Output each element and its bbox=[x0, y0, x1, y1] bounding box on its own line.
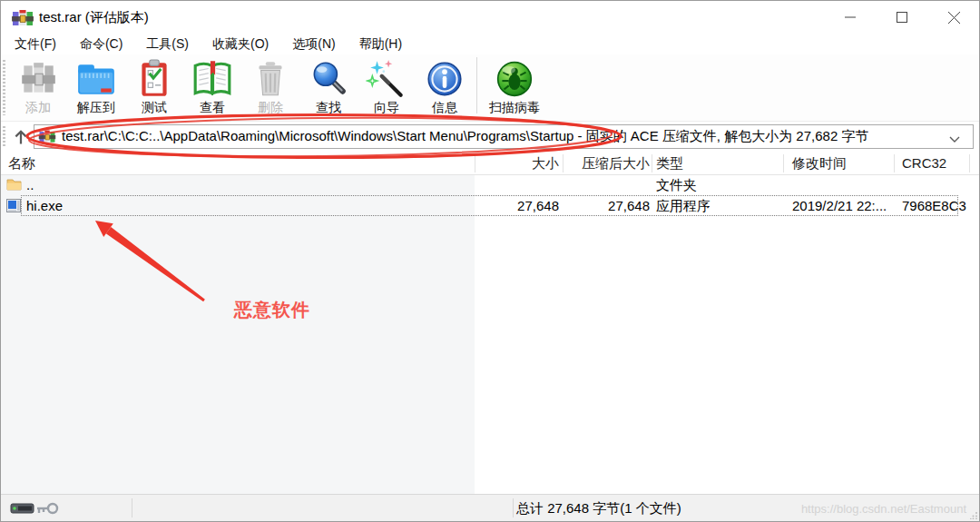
column-packed[interactable]: 压缩后大小 bbox=[564, 155, 650, 172]
test-button[interactable]: 测试 bbox=[125, 54, 183, 116]
application-icon bbox=[6, 199, 21, 212]
view-label: 查看 bbox=[183, 100, 241, 116]
wizard-label: 向导 bbox=[358, 100, 416, 116]
up-one-level-icon[interactable] bbox=[12, 128, 30, 146]
scan-virus-button[interactable]: 扫描病毒 bbox=[480, 54, 549, 116]
delete-icon bbox=[250, 58, 291, 100]
menu-commands[interactable]: 命令(C) bbox=[68, 34, 134, 54]
column-size[interactable]: 大小 bbox=[475, 155, 559, 172]
info-label: 信息 bbox=[416, 100, 474, 116]
extract-to-label: 解压到 bbox=[67, 100, 125, 116]
menu-options[interactable]: 选项(N) bbox=[280, 34, 347, 54]
find-label: 查找 bbox=[299, 100, 358, 116]
address-row: test.rar\C:\C:C:..\AppData\Roaming\Micro… bbox=[1, 122, 979, 153]
item-type: 应用程序 bbox=[656, 198, 710, 215]
winrar-window: test.rar (评估版本) 文件(F) 命令(C) 工具(S) 收藏夹(O)… bbox=[0, 0, 980, 522]
folder-icon bbox=[6, 178, 22, 191]
titlebar: test.rar (评估版本) bbox=[1, 1, 979, 34]
menu-file[interactable]: 文件(F) bbox=[3, 34, 68, 54]
address-gripper bbox=[3, 126, 5, 148]
item-size: 27,648 bbox=[475, 198, 559, 213]
column-name[interactable]: 名称 bbox=[8, 155, 35, 172]
winrar-logo-icon bbox=[12, 8, 34, 28]
statusbar-separator bbox=[513, 498, 514, 517]
total-size-text: 总计 27,648 字节(1 个文件) bbox=[516, 500, 681, 517]
file-list: .. 文件夹 hi.exe 27,648 27,648 应用程序 2019/2/… bbox=[1, 175, 979, 496]
archive-path-text: test.rar\C:\C:C:..\AppData\Roaming\Micro… bbox=[62, 128, 868, 145]
column-modified[interactable]: 修改时间 bbox=[792, 155, 847, 172]
toolbar-divider bbox=[476, 57, 477, 113]
test-label: 测试 bbox=[125, 100, 183, 116]
delete-label: 删除 bbox=[241, 100, 299, 116]
key-icon[interactable] bbox=[35, 500, 59, 517]
chevron-down-icon[interactable] bbox=[949, 136, 960, 143]
column-separator[interactable] bbox=[783, 154, 784, 172]
statusbar-separator bbox=[132, 498, 132, 517]
malware-annotation-label: 恶意软件 bbox=[234, 298, 310, 322]
toolbar-gripper bbox=[3, 60, 5, 115]
list-item-parent-dir[interactable]: .. 文件夹 bbox=[1, 175, 979, 195]
menu-help[interactable]: 帮助(H) bbox=[348, 34, 414, 54]
menu-tools[interactable]: 工具(S) bbox=[134, 34, 201, 54]
menubar: 文件(F) 命令(C) 工具(S) 收藏夹(O) 选项(N) 帮助(H) bbox=[1, 34, 979, 54]
window-title: test.rar (评估版本) bbox=[39, 9, 149, 26]
wizard-icon bbox=[366, 58, 407, 100]
column-separator[interactable] bbox=[969, 154, 970, 172]
maximize-button[interactable] bbox=[881, 1, 923, 34]
item-name: hi.exe bbox=[26, 198, 63, 213]
column-separator[interactable] bbox=[563, 154, 564, 172]
extract-to-button[interactable]: 解压到 bbox=[67, 54, 125, 116]
address-bar[interactable]: test.rar\C:\C:C:..\AppData\Roaming\Micro… bbox=[34, 124, 974, 149]
list-header: 名称 大小 压缩后大小 类型 修改时间 CRC32 bbox=[1, 153, 979, 175]
column-separator[interactable] bbox=[475, 154, 475, 172]
scan-virus-icon bbox=[494, 58, 535, 100]
test-icon bbox=[133, 58, 175, 100]
toolbar: 添加 解压到 bbox=[1, 54, 979, 122]
menu-favorites[interactable]: 收藏夹(O) bbox=[201, 34, 280, 54]
item-name: .. bbox=[26, 177, 34, 192]
item-modified: 2019/2/21 22:... bbox=[792, 198, 887, 213]
archive-icon bbox=[38, 129, 56, 144]
add-archive-icon bbox=[17, 58, 59, 100]
column-type[interactable]: 类型 bbox=[656, 155, 683, 172]
find-icon bbox=[308, 58, 349, 100]
resize-grip-icon[interactable] bbox=[970, 512, 977, 519]
wizard-button[interactable]: 向导 bbox=[358, 54, 416, 116]
view-icon bbox=[191, 58, 233, 100]
statusbar: 总计 27,648 字节(1 个文件) https://blog.csdn.ne… bbox=[1, 494, 979, 521]
info-button[interactable]: 信息 bbox=[416, 54, 474, 116]
minimize-button[interactable] bbox=[829, 1, 871, 34]
column-separator[interactable] bbox=[894, 154, 895, 172]
info-icon bbox=[424, 58, 466, 100]
extract-to-icon bbox=[75, 58, 117, 100]
scan-virus-label: 扫描病毒 bbox=[480, 100, 549, 116]
minimize-icon bbox=[845, 12, 856, 23]
view-button[interactable]: 查看 bbox=[183, 54, 241, 116]
column-crc32[interactable]: CRC32 bbox=[902, 155, 946, 171]
column-separator[interactable] bbox=[652, 154, 652, 172]
close-icon bbox=[948, 12, 960, 24]
item-type: 文件夹 bbox=[656, 177, 697, 194]
list-item-hi-exe[interactable]: hi.exe 27,648 27,648 应用程序 2019/2/21 22:.… bbox=[1, 196, 979, 216]
item-packed-size: 27,648 bbox=[564, 198, 650, 213]
watermark-text: https://blog.csdn.net/Eastmount bbox=[801, 502, 966, 516]
drive-icon[interactable] bbox=[10, 501, 34, 516]
find-button[interactable]: 查找 bbox=[299, 54, 358, 116]
delete-button[interactable]: 删除 bbox=[241, 54, 299, 116]
close-button[interactable] bbox=[933, 1, 975, 34]
maximize-icon bbox=[897, 12, 907, 23]
item-crc32: 7968E8C3 bbox=[902, 198, 966, 213]
add-button[interactable]: 添加 bbox=[9, 54, 67, 116]
add-label: 添加 bbox=[9, 100, 67, 116]
